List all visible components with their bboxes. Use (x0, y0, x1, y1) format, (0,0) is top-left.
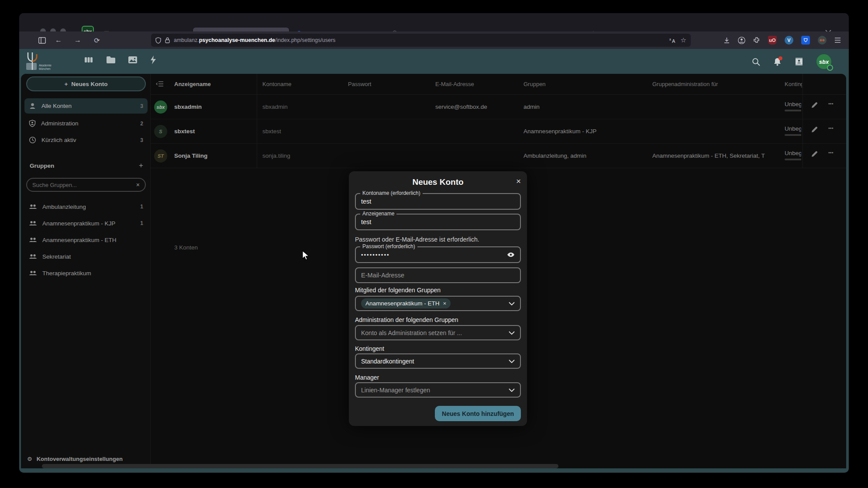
quota-label: Kontingent (355, 345, 384, 352)
submit-new-account-button[interactable]: Neues Konto hinzufügen (435, 406, 521, 421)
extensions-puzzle-icon[interactable] (753, 37, 760, 44)
member-groups-select[interactable]: Anamnesenpraktikum - ETH× (355, 296, 521, 311)
search-icon[interactable] (752, 58, 760, 66)
remove-chip-icon[interactable]: × (443, 300, 447, 307)
app-content: +Neues Konto Alle Konten3Administration2… (21, 74, 846, 468)
photos-app-icon[interactable] (127, 55, 138, 65)
lock-icon[interactable] (165, 37, 170, 43)
svg-text:A: A (672, 38, 675, 43)
bookmark-star-icon[interactable]: ☆ (681, 36, 686, 44)
tab-bar: sbx Nextcloud - nc01.psychoanalyse×Alle … (19, 13, 849, 31)
browser-toolbar: ← → ⟳ ambulanz.psychoanalyse-muenchen.de… (19, 31, 849, 49)
sidebar-toggle-icon[interactable] (38, 37, 46, 44)
notifications-bell-icon[interactable] (773, 57, 782, 66)
chevron-down-icon (509, 331, 515, 335)
mouse-cursor (302, 250, 310, 261)
member-groups-label: Mitglied der folgenden Gruppen (355, 287, 441, 294)
url-bar[interactable]: ambulanz.psychoanalyse-muenchen.de/index… (151, 34, 691, 47)
show-password-eye-icon[interactable] (507, 252, 515, 257)
user-avatar[interactable]: sbx (816, 54, 831, 69)
admin-groups-select[interactable]: Konto als Administration setzen für ... (355, 325, 521, 340)
new-account-modal: Neues Konto × Kontoname (erforderlich)te… (349, 171, 527, 426)
password-field[interactable]: Passwort (erforderlich)•••••••••• (355, 246, 521, 263)
email-field[interactable]: E-Mail-Adresse (355, 267, 521, 283)
display-name-field[interactable]: Anzeigenametest (355, 214, 521, 230)
reload-button[interactable]: ⟳ (90, 36, 103, 45)
menu-hamburger-icon[interactable] (834, 38, 841, 43)
modal-close-icon[interactable]: × (516, 177, 521, 186)
admin-groups-label: Administration der folgenden Gruppen (355, 316, 458, 323)
chevron-down-icon (509, 302, 515, 305)
back-button[interactable]: ← (52, 36, 65, 44)
downloads-icon[interactable] (723, 37, 730, 44)
dashboard-app-icon[interactable] (84, 55, 93, 65)
password-hint: Passwort oder E-Mail-Adresse ist erforde… (355, 236, 479, 243)
svg-text:München: München (39, 67, 51, 70)
tracking-shield-icon[interactable] (155, 37, 161, 44)
url-text: ambulanz.psychoanalyse-muenchen.de/index… (174, 37, 335, 43)
account-icon[interactable] (738, 37, 745, 44)
manager-select[interactable]: Linien-Manager festlegen (355, 382, 521, 398)
translate-icon[interactable]: x̄A (669, 37, 677, 43)
desktop: sbx Nextcloud - nc01.psychoanalyse×Alle … (0, 0, 868, 488)
bitwarden-icon[interactable]: ⛉ (801, 36, 810, 45)
quota-select[interactable]: Standardkontingent (355, 353, 521, 369)
face-extension-icon[interactable] (818, 36, 827, 45)
svg-text:Akademie: Akademie (39, 64, 52, 67)
contacts-icon[interactable] (795, 57, 803, 66)
akademie-logo[interactable]: Akademie München (25, 51, 73, 73)
chevron-down-icon (509, 360, 515, 363)
manager-label: Manager (355, 374, 379, 381)
modal-title: Neues Konto (349, 177, 527, 187)
status-indicator (827, 65, 833, 71)
account-name-field[interactable]: Kontoname (erforderlich)test (355, 193, 521, 210)
ublock-origin-icon[interactable]: uO (768, 36, 777, 45)
chevron-down-icon (509, 388, 515, 392)
files-app-icon[interactable] (106, 55, 116, 65)
nextcloud-header: Akademie München sbx (19, 49, 849, 74)
activity-app-icon[interactable] (149, 55, 157, 65)
nextcloud-app: Akademie München sbx +Neues Konto Alle K… (19, 49, 849, 473)
group-chip[interactable]: Anamnesenpraktikum - ETH× (361, 298, 451, 308)
vimium-icon[interactable]: V (785, 36, 793, 45)
browser-window: sbx Nextcloud - nc01.psychoanalyse×Alle … (19, 13, 849, 473)
svg-text:x̄: x̄ (669, 38, 671, 42)
notification-dot (778, 56, 782, 60)
forward-button[interactable]: → (71, 36, 84, 44)
